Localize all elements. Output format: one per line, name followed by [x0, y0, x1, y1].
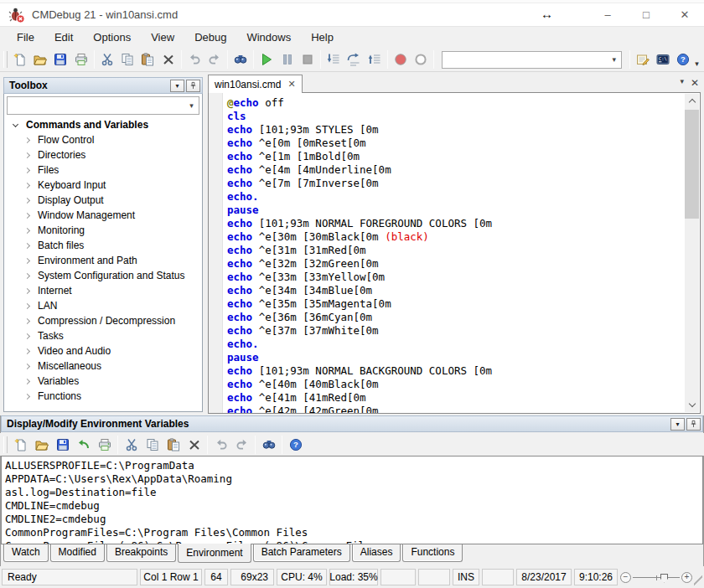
step-into-button[interactable]	[324, 49, 344, 70]
paste-button[interactable]	[163, 434, 184, 455]
toolbox-item-video-and-audio[interactable]: Video and Audio	[4, 343, 202, 358]
delete-button[interactable]	[158, 49, 178, 70]
save-button[interactable]	[52, 434, 73, 455]
new-file-button[interactable]	[10, 49, 30, 70]
copy-button[interactable]	[117, 49, 137, 70]
toolbox-dropdown-icon[interactable]: ▾	[170, 80, 184, 92]
menu-view[interactable]: View	[141, 28, 184, 47]
save-button[interactable]	[50, 49, 70, 70]
code-editor[interactable]: @echo offclsecho [101;93m STYLES [0mecho…	[208, 92, 701, 414]
find-button[interactable]	[230, 49, 251, 70]
print-button[interactable]	[71, 49, 91, 70]
window-resize-grip[interactable]	[694, 573, 702, 588]
tab-modified[interactable]: Modified	[50, 544, 105, 562]
help-button[interactable]: ?	[673, 49, 693, 70]
toolbox-item-functions[interactable]: Functions	[4, 389, 202, 404]
toolbox-item-miscellaneous[interactable]: Miscellaneous	[4, 358, 202, 374]
edit-note-button[interactable]	[633, 49, 653, 70]
record-on-button[interactable]	[391, 49, 411, 70]
menu-file[interactable]: File	[7, 28, 44, 47]
scrollbar-thumb[interactable]	[685, 110, 699, 219]
open-folder-button[interactable]	[30, 49, 50, 70]
toolbar-grip[interactable]	[3, 51, 8, 68]
record-off-button[interactable]	[411, 49, 431, 70]
paste-button[interactable]	[137, 49, 158, 70]
command-combobox[interactable]: ▾	[442, 51, 622, 69]
toolbar-grip[interactable]	[3, 436, 8, 453]
console-button[interactable]: C:\	[653, 49, 673, 70]
zoom-in-icon[interactable]: +	[681, 572, 692, 583]
toolbox-item-system-configuration-and-status[interactable]: System Configuration and Status	[4, 268, 202, 283]
menu-debug[interactable]: Debug	[184, 28, 236, 47]
scroll-up-icon[interactable]	[685, 94, 699, 108]
toolbar-overflow-icon[interactable]: ▾	[693, 59, 704, 68]
tab-close-icon[interactable]: ✕	[287, 79, 295, 90]
cut-button[interactable]	[121, 434, 142, 455]
chevron-right-icon[interactable]	[16, 259, 38, 263]
chevron-down-icon[interactable]: ▾	[608, 52, 621, 68]
redo-button[interactable]	[204, 49, 225, 70]
toolbox-item-display-output[interactable]: Display Output	[4, 193, 202, 208]
chevron-right-icon[interactable]	[16, 379, 38, 384]
tab-batch-parameters[interactable]: Batch Parameters	[253, 544, 350, 562]
chevron-right-icon[interactable]	[16, 183, 38, 188]
chevron-right-icon[interactable]	[16, 334, 38, 338]
chevron-down-icon[interactable]	[4, 124, 26, 126]
chevron-right-icon[interactable]	[16, 244, 38, 248]
chevron-right-icon[interactable]	[16, 229, 38, 233]
undo-button[interactable]	[210, 434, 231, 455]
new-file-button[interactable]	[10, 434, 31, 455]
undo-button[interactable]	[184, 49, 204, 70]
zoom-slider[interactable]: − +	[620, 569, 692, 585]
chevron-right-icon[interactable]	[16, 349, 38, 353]
chevron-right-icon[interactable]	[16, 395, 38, 399]
toolbox-item-files[interactable]: Files	[4, 162, 202, 178]
toolbox-item-compression-decompression[interactable]: Compression / Decompression	[4, 313, 202, 328]
tab-watch[interactable]: Watch	[3, 544, 49, 562]
toolbox-item-batch-files[interactable]: Batch files	[4, 238, 202, 253]
zoom-out-icon[interactable]: −	[620, 572, 631, 583]
cut-button[interactable]	[97, 49, 117, 70]
close-button[interactable]: ✕	[665, 3, 704, 26]
minimize-button[interactable]: –	[588, 3, 627, 26]
toolbox-item-environment-and-path[interactable]: Environment and Path	[4, 253, 202, 268]
tab-aliases[interactable]: Aliases	[352, 544, 401, 562]
redo-button[interactable]	[231, 434, 252, 455]
step-out-button[interactable]	[364, 49, 384, 70]
tab-bar-close-icon[interactable]: ✕	[691, 77, 699, 89]
toolbox-item-directories[interactable]: Directories	[4, 147, 202, 162]
menu-edit[interactable]: Edit	[44, 28, 83, 47]
stop-button[interactable]	[298, 49, 318, 70]
toolbox-item-tasks[interactable]: Tasks	[4, 328, 202, 343]
print-button[interactable]	[94, 434, 115, 455]
scroll-down-icon[interactable]	[685, 398, 699, 412]
chevron-right-icon[interactable]	[16, 274, 38, 278]
tab-breakpoints[interactable]: Breakpoints	[106, 544, 176, 562]
chevron-down-icon[interactable]: ▾	[184, 101, 199, 110]
toolbox-item-lan[interactable]: LAN	[4, 298, 202, 313]
tab-win10ansi[interactable]: win10ansi.cmd ✕	[208, 75, 303, 93]
environment-variables-box[interactable]: ALLUSERSPROFILE=C:\ProgramDataAPPDATA=C:…	[1, 456, 703, 544]
maximize-button[interactable]: □	[627, 3, 665, 26]
debug-panel-pin-icon[interactable]	[686, 418, 701, 431]
tab-functions[interactable]: Functions	[402, 544, 463, 562]
chevron-right-icon[interactable]	[16, 304, 38, 308]
zoom-slider-track[interactable]	[633, 577, 680, 578]
toolbox-item-monitoring[interactable]: Monitoring	[4, 223, 202, 238]
debug-panel-dropdown-icon[interactable]: ▾	[670, 418, 685, 431]
toolbox-item-window-management[interactable]: Window Management	[4, 208, 202, 223]
zoom-slider-handle[interactable]	[660, 574, 668, 583]
toolbox-item-variables[interactable]: Variables	[4, 374, 202, 389]
chevron-right-icon[interactable]	[16, 199, 38, 203]
pause-button[interactable]	[277, 49, 298, 70]
chevron-right-icon[interactable]	[16, 364, 38, 369]
toolbox-filter-combobox[interactable]: ▾	[7, 96, 199, 115]
menu-windows[interactable]: Windows	[236, 28, 301, 47]
toolbox-item-flow-control[interactable]: Flow Control	[4, 132, 202, 147]
help-button[interactable]: ?	[285, 434, 306, 455]
chevron-right-icon[interactable]	[16, 153, 38, 157]
toolbox-item-commands-and-variables[interactable]: Commands and Variables	[4, 117, 202, 132]
toolbox-item-internet[interactable]: Internet	[4, 283, 202, 298]
chevron-right-icon[interactable]	[16, 319, 38, 323]
chevron-right-icon[interactable]	[16, 168, 38, 173]
